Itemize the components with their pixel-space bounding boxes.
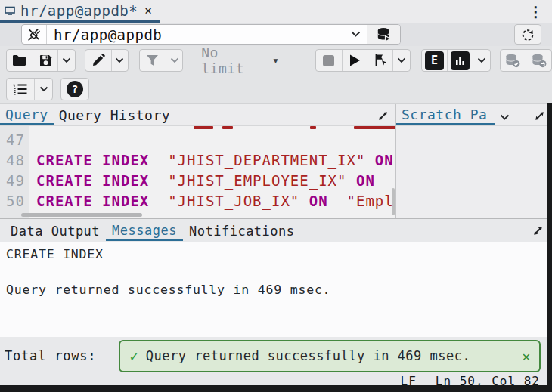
line-number: 47	[6, 131, 29, 152]
output-footer: Total rows: ✓ Query returned successfull…	[0, 337, 552, 375]
save-options-chevron[interactable]	[57, 50, 75, 71]
explain-button-group: E	[421, 49, 491, 72]
window-edge-right	[547, 103, 552, 392]
tab-query-tool[interactable]: hr/app@appdb* ✕	[0, 0, 160, 23]
macros-button-group	[6, 78, 53, 100]
message-command: CREATE INDEX	[6, 247, 546, 261]
code-line: CREATE INDEX "JHIST_EMPLOYEE_IX" ON "	[36, 172, 395, 193]
window-icon	[5, 6, 15, 15]
stop-icon	[323, 55, 334, 66]
pgadmin-query-tool-window: hr/app@appdb* ✕ ⋮ hr/app@appdb	[0, 0, 552, 392]
explain-options-chevron[interactable]	[473, 50, 490, 71]
window-edge-bottom	[0, 385, 552, 392]
toast-message: Query returned successfully in 469 msec.	[146, 348, 470, 363]
message-result: Query returned successfully in 469 msec.	[6, 282, 546, 297]
macros-list-button[interactable]	[7, 79, 34, 100]
edit-pencil-button[interactable]	[85, 50, 111, 71]
total-rows-label: Total rows:	[5, 348, 96, 363]
clipped-line-fragment	[194, 126, 213, 129]
transaction-button-group	[500, 49, 552, 72]
clipped-line-fragment	[222, 126, 233, 129]
code-line: CREATE INDEX "JHIST_JOB_IX" ON "Emplo	[36, 193, 395, 213]
chevron-down-icon	[344, 31, 367, 38]
scratch-pad-pane: Scratch Pa	[396, 104, 552, 218]
help-button[interactable]: ?	[60, 78, 89, 100]
toast-close-icon[interactable]: ✕	[523, 348, 531, 364]
row-limit-dropdown[interactable]: No limit ▾	[197, 49, 284, 72]
tab-notifications[interactable]: Notifications	[183, 221, 301, 240]
close-tab-icon[interactable]: ✕	[144, 3, 152, 17]
explain-icon: E	[425, 51, 444, 70]
status-bar: LF Ln 50, Col 82	[0, 375, 552, 385]
clipped-line-fragment	[310, 126, 316, 129]
macros-chevron[interactable]	[34, 79, 52, 100]
editor-tab-strip: Query Query History	[0, 104, 395, 125]
sql-editor[interactable]: 47 48 49 50 CREATE INDEX "JHIST_DEPARTME…	[0, 125, 395, 218]
check-icon: ✓	[129, 347, 138, 364]
scratch-pad-body[interactable]	[396, 125, 552, 218]
clipped-line-fragment	[354, 126, 395, 129]
filter-icon-button[interactable]	[140, 50, 166, 71]
editor-code-area[interactable]: CREATE INDEX "JHIST_DEPARTMENT_IX" ON CR…	[29, 126, 395, 218]
tab-data-output[interactable]: Data Output	[5, 221, 106, 240]
tab-query-history[interactable]: Query History	[54, 107, 175, 125]
save-button[interactable]	[33, 50, 58, 71]
tab-query[interactable]: Query	[0, 106, 54, 125]
tab-title: hr/app@appdb*	[20, 2, 138, 19]
vertical-scrollbar[interactable]	[392, 188, 395, 215]
success-toast: ✓ Query returned successfully in 469 mse…	[119, 340, 541, 372]
new-connection-button[interactable]	[367, 25, 400, 44]
line-number: 48	[6, 152, 29, 172]
execute-script-flag-button[interactable]	[367, 50, 392, 71]
execute-query-button[interactable]	[342, 50, 367, 71]
rollback-button[interactable]	[526, 50, 551, 71]
code-line	[36, 131, 395, 152]
caret-down-icon: ▾	[272, 54, 279, 67]
open-file-button[interactable]	[7, 50, 33, 71]
edit-button-group	[85, 49, 129, 72]
connection-bar: hr/app@appdb	[0, 23, 552, 46]
editor-pane: Query Query History 47 48 49 50	[0, 104, 396, 218]
execute-options-chevron[interactable]	[392, 50, 410, 71]
tab-scratch-pad[interactable]: Scratch Pa	[396, 106, 495, 125]
file-button-group	[6, 49, 76, 72]
editor-split-area: Query Query History 47 48 49 50	[0, 103, 552, 218]
help-icon: ?	[67, 81, 83, 97]
kebab-menu-icon[interactable]: ⋮	[529, 5, 543, 19]
explain-analyze-button[interactable]	[447, 50, 473, 71]
filter-options-chevron[interactable]	[166, 50, 183, 71]
document-tab-bar: hr/app@appdb* ✕ ⋮	[0, 0, 552, 23]
editor-gutter: 47 48 49 50	[0, 126, 29, 218]
edit-options-chevron[interactable]	[111, 50, 129, 71]
scratch-tab-strip: Scratch Pa	[396, 104, 552, 125]
output-tab-strip: Data Output Messages Notifications	[0, 218, 552, 242]
connection-dropdown[interactable]: hr/app@appdb	[21, 24, 401, 45]
expand-scratch-icon[interactable]	[533, 110, 546, 125]
connection-value: hr/app@appdb	[47, 26, 344, 43]
query-toolbar: No limit ▾ E	[0, 46, 552, 75]
secondary-toolbar: ?	[0, 75, 552, 103]
explain-button[interactable]: E	[422, 50, 448, 71]
stop-button[interactable]	[316, 50, 342, 71]
scratch-chevron-icon[interactable]	[500, 114, 510, 125]
row-limit-value: No limit	[201, 45, 265, 76]
commit-button[interactable]	[501, 50, 526, 71]
line-number: 50	[6, 193, 29, 213]
code-line: CREATE INDEX "JHIST_DEPARTMENT_IX" ON	[36, 152, 395, 172]
connection-plug-icon	[22, 25, 47, 44]
refresh-button[interactable]	[514, 24, 541, 45]
expand-output-icon[interactable]	[532, 224, 544, 237]
expand-editor-icon[interactable]	[377, 110, 389, 125]
line-number: 49	[6, 172, 29, 193]
tab-messages[interactable]: Messages	[106, 221, 183, 241]
horizontal-scrollbar[interactable]	[21, 213, 142, 217]
messages-panel: CREATE INDEX Query returned successfully…	[0, 242, 552, 337]
bar-chart-icon	[451, 51, 470, 70]
filter-button-group	[139, 49, 183, 72]
execute-button-group	[315, 49, 411, 72]
